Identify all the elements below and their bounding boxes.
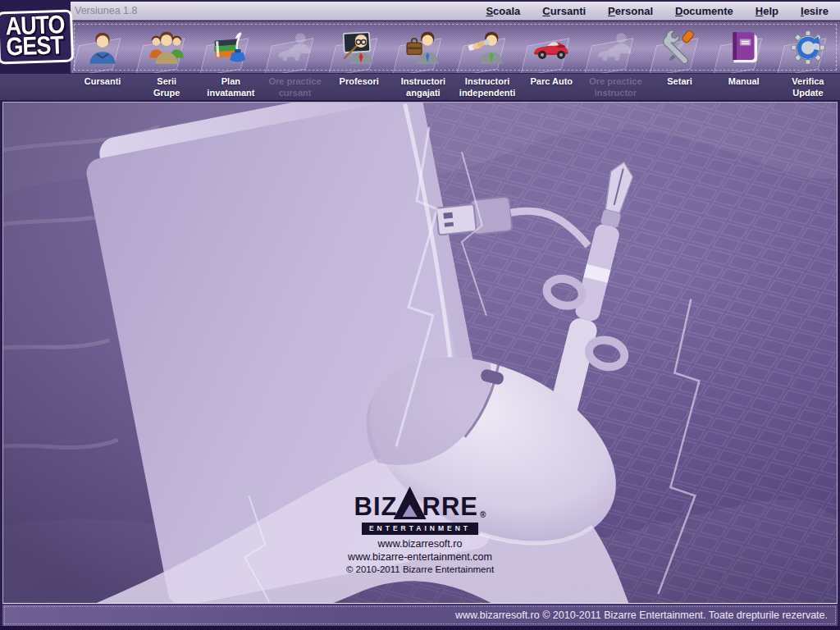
app-logo: AUTO GEST	[0, 0, 71, 73]
update-gear-icon	[789, 29, 827, 66]
toolbar-item-cursanti[interactable]	[71, 21, 135, 73]
statusbar-frame: www.bizarresoft.ro © 2010-2011 Bizarre E…	[4, 606, 836, 624]
toolbar-label-parc-auto[interactable]: Parc Auto	[519, 74, 583, 88]
students-icon	[84, 29, 121, 66]
autogest-window: AUTO GEST Versiunea 1.8 Scoala Cursanti …	[0, 0, 840, 630]
toolbar-item-ore-practice-instructor	[583, 21, 647, 73]
toolbar-label-instructori-independenti[interactable]: Instructori independenti	[455, 74, 519, 99]
toolbar-item-setari[interactable]	[647, 21, 711, 73]
main-content-area: BIZ RRE ® ENTERTAINMENT www.bizarresoft.…	[2, 102, 838, 604]
toolbar-label-ore-practice-cursant: Ore practice cursant	[262, 74, 326, 99]
entertainment-bar: ENTERTAINMENT	[362, 523, 478, 535]
bizarresoft-url: www.bizarresoft.ro	[297, 538, 543, 551]
menu-cursanti[interactable]: Cursanti	[542, 5, 586, 17]
menu-help[interactable]: Help	[756, 5, 778, 17]
toolbar-item-parc-auto[interactable]	[519, 21, 583, 73]
bizarre-copyright: © 2010-2011 Bizarre Entertainment	[297, 564, 543, 575]
bizarre-logo-block: BIZ RRE ® ENTERTAINMENT www.bizarresoft.…	[297, 483, 543, 576]
menu-iesire[interactable]: Iesire	[801, 5, 829, 17]
student-practice-hours-icon	[276, 29, 314, 66]
bizarre-brand-suffix: RRE	[422, 494, 478, 519]
toolbar-label-instructori-angajati[interactable]: Instructori angajati	[391, 74, 455, 99]
toolbar-labelbar: Cursanti Serii Grupe Plan invatamant Ore…	[0, 73, 840, 102]
toolbar-item-instructori-angajati[interactable]	[391, 21, 455, 73]
bizarre-triangle-inner	[403, 504, 418, 517]
title-menu-strip: Versiunea 1.8 Scoala Cursanti Personal D…	[71, 2, 840, 21]
professor-blackboard-icon	[340, 29, 378, 66]
bizarre-entertainment-url: www.bizarre-entertainment.com	[297, 551, 543, 564]
toolbar-item-verifica-update[interactable]	[776, 21, 840, 73]
toolbar-item-manual[interactable]	[712, 21, 776, 73]
toolbar-item-instructori-independenti[interactable]	[455, 21, 519, 73]
menubar: Scoala Cursanti Personal Documente Help …	[486, 5, 840, 17]
instructor-practice-hours-icon	[596, 29, 634, 66]
toolbar-label-plan-invatamant[interactable]: Plan invatamant	[199, 74, 262, 99]
red-car-icon	[532, 29, 570, 66]
toolbar	[71, 21, 840, 73]
app-logo-badge: AUTO GEST	[0, 9, 74, 64]
app-logo-line2: GEST	[6, 33, 66, 58]
independent-instructor-icon	[468, 29, 506, 66]
menu-personal[interactable]: Personal	[608, 5, 653, 17]
window-bottom-edge	[0, 626, 840, 630]
groups-icon	[148, 29, 185, 66]
curriculum-books-icon	[212, 29, 249, 66]
bizarre-wordmark: BIZ RRE ®	[297, 483, 543, 519]
toolbar-item-ore-practice-cursant	[262, 21, 326, 73]
toolbar-item-plan-invatamant[interactable]	[199, 21, 262, 73]
settings-tools-icon	[661, 29, 699, 66]
employed-instructor-icon	[404, 29, 442, 66]
toolbar-label-serii-grupe[interactable]: Serii Grupe	[135, 74, 199, 99]
toolbar-label-verifica-update[interactable]: Verifica Update	[776, 74, 840, 99]
toolbar-label-cursanti[interactable]: Cursanti	[71, 74, 135, 88]
toolbar-label-profesori[interactable]: Profesori	[327, 74, 391, 88]
toolbar-item-profesori[interactable]	[327, 21, 391, 73]
toolbar-label-setari[interactable]: Setari	[647, 74, 711, 88]
statusbar-text: www.bizarresoft.ro © 2010-2011 Bizarre E…	[455, 609, 828, 621]
bizarre-brand-prefix: BIZ	[354, 494, 398, 519]
toolbar-label-manual[interactable]: Manual	[712, 74, 776, 88]
registered-trademark-mark: ®	[480, 510, 486, 519]
statusbar: www.bizarresoft.ro © 2010-2011 Bizarre E…	[2, 605, 838, 626]
manual-book-icon	[725, 29, 763, 66]
menu-documente[interactable]: Documente	[675, 5, 733, 17]
toolbar-item-serii-grupe[interactable]	[135, 21, 199, 73]
menu-scoala[interactable]: Scoala	[486, 5, 520, 17]
toolbar-label-ore-practice-instructor: Ore practice instructor	[583, 74, 647, 99]
bizarre-triangle-logo	[394, 486, 427, 519]
version-label: Versiunea 1.8	[71, 5, 137, 16]
